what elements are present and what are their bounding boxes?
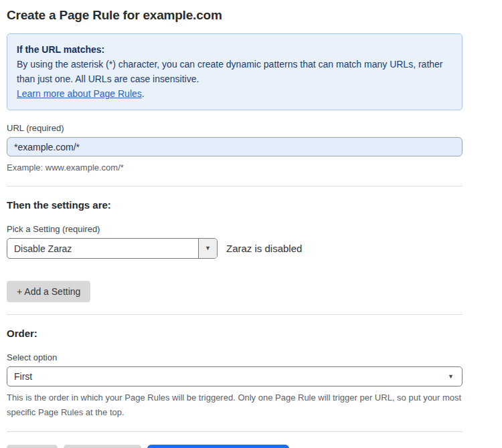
section-divider xyxy=(7,314,463,315)
setting-select-arrow-button[interactable]: ▼ xyxy=(198,239,217,258)
order-section-heading: Order: xyxy=(7,328,463,339)
pick-setting-label: Pick a Setting (required) xyxy=(7,224,463,234)
save-and-deploy-button[interactable]: Save and Deploy Page Rule xyxy=(147,445,289,448)
url-match-info-callout: If the URL matches: By using the asteris… xyxy=(7,33,463,110)
link-suffix-period: . xyxy=(142,88,145,99)
zaraz-status-text: Zaraz is disabled xyxy=(226,243,302,254)
cancel-button[interactable]: Cancel xyxy=(7,445,58,448)
setting-select[interactable]: Disable Zaraz ▼ xyxy=(7,238,218,259)
url-field-label: URL (required) xyxy=(7,123,463,133)
learn-more-link[interactable]: Learn more about Page Rules xyxy=(17,88,142,99)
info-callout-heading: If the URL matches: xyxy=(17,42,452,57)
page-title: Create a Page Rule for example.com xyxy=(7,8,463,23)
url-example-helper: Example: www.example.com/* xyxy=(7,161,463,175)
save-as-draft-button[interactable]: Save as Draft xyxy=(64,445,142,448)
info-callout-link-line: Learn more about Page Rules. xyxy=(17,86,452,101)
settings-section-heading: Then the settings are: xyxy=(7,199,463,211)
create-page-rule-form: Create a Page Rule for example.com If th… xyxy=(7,0,463,448)
footer-divider xyxy=(7,431,463,432)
info-callout-body: By using the asterisk (*) character, you… xyxy=(17,57,452,86)
info-callout-body-text: By using the asterisk (*) character, you… xyxy=(17,59,443,84)
order-select-value: First xyxy=(7,367,448,386)
order-select[interactable]: First ▼ xyxy=(7,366,463,386)
section-divider xyxy=(7,186,463,187)
url-pattern-input[interactable] xyxy=(7,137,463,156)
order-select-label: Select option xyxy=(7,352,463,362)
add-setting-button[interactable]: + Add a Setting xyxy=(7,281,90,302)
order-select-arrow: ▼ xyxy=(448,367,462,386)
chevron-down-icon: ▼ xyxy=(448,374,454,380)
setting-picker-row: Disable Zaraz ▼ Zaraz is disabled xyxy=(7,238,463,259)
setting-select-value: Disable Zaraz xyxy=(7,239,198,258)
order-helper-text: This is the order in which your Page Rul… xyxy=(7,390,463,420)
footer-actions: Cancel Save as Draft Save and Deploy Pag… xyxy=(7,445,463,448)
chevron-down-icon: ▼ xyxy=(205,245,211,251)
